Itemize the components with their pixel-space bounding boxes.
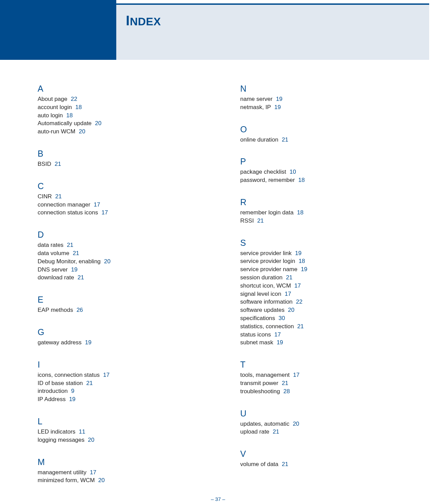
index-entry-page[interactable]: 19 (71, 266, 78, 273)
index-entry: CINR21 (38, 193, 213, 201)
index-entry-page[interactable]: 20 (95, 120, 102, 127)
index-group-d: Ddata rates21data volume21Debug Monitor,… (38, 230, 213, 282)
index-entry-page[interactable]: 21 (73, 250, 79, 256)
index-entry-page[interactable]: 21 (286, 274, 292, 281)
index-entry-page[interactable]: 21 (257, 217, 264, 224)
index-entry-page[interactable]: 17 (274, 331, 281, 338)
index-entry: tools, management17 (240, 371, 416, 379)
index-entry-page[interactable]: 21 (55, 193, 62, 200)
index-entry-text: Debug Monitor, enabling (38, 258, 101, 265)
index-entry-text: software information (240, 299, 293, 305)
index-entry-page[interactable]: 22 (71, 96, 77, 102)
index-entry-text: LED indicators (38, 428, 76, 435)
index-entry: IP Address19 (38, 395, 213, 403)
index-entry-text: About page (38, 96, 67, 102)
index-entry-page[interactable]: 20 (88, 437, 94, 443)
index-entry-page[interactable]: 26 (77, 307, 83, 313)
index-entry-page[interactable]: 20 (98, 477, 105, 483)
index-letter: A (38, 84, 213, 94)
index-group-i: Iicons, connection status17ID of base st… (38, 360, 213, 403)
index-entry-page[interactable]: 28 (283, 388, 290, 395)
index-entry: software information22 (240, 298, 416, 306)
index-entry-page[interactable]: 21 (67, 242, 74, 248)
index-entry: transmit power21 (240, 379, 416, 387)
index-entry-page[interactable]: 11 (79, 428, 85, 435)
index-entry-page[interactable]: 20 (293, 421, 299, 427)
index-group-b: BBSID21 (38, 149, 213, 168)
index-entry-text: logging messages (38, 437, 84, 443)
index-group-s: Sservice provider link19service provider… (240, 238, 416, 347)
index-entry-page[interactable]: 18 (75, 104, 82, 110)
index-entry-page[interactable]: 21 (273, 428, 279, 435)
index-entry-text: ID of base station (38, 380, 83, 386)
index-entry-page[interactable]: 19 (295, 250, 302, 256)
index-entry-page[interactable]: 22 (296, 299, 303, 305)
index-entry-text: online duration (240, 136, 279, 143)
index-group-o: Oonline duration21 (240, 124, 416, 144)
page: INDEX AAbout page22account login18auto l… (0, 0, 436, 504)
index-entry: About page22 (38, 95, 213, 103)
index-group-u: Uupdates, automatic20upload rate21 (240, 409, 416, 436)
index-entry-page[interactable]: 19 (274, 104, 281, 110)
index-entry-page[interactable]: 17 (285, 291, 291, 297)
index-entry: specifications30 (240, 314, 416, 322)
index-entry: download rate21 (38, 274, 213, 282)
index-entry: data rates21 (38, 241, 213, 249)
index-entry-text: management utility (38, 469, 87, 476)
index-entry-page[interactable]: 21 (282, 136, 288, 143)
index-entry: auto login18 (38, 111, 213, 120)
index-entry-page[interactable]: 17 (293, 372, 300, 378)
index-entry-page[interactable]: 9 (71, 388, 74, 394)
index-group-p: Ppackage checklist10password, remember18 (240, 157, 416, 184)
index-entry-text: minimized form, WCM (38, 477, 95, 483)
index-entry-page[interactable]: 30 (279, 315, 285, 321)
index-entry-page[interactable]: 19 (69, 396, 76, 402)
index-group-a: AAbout page22account login18auto login18… (38, 84, 213, 136)
index-entry-page[interactable]: 19 (301, 266, 307, 273)
index-entry-page[interactable]: 19 (277, 339, 283, 346)
index-entry-page[interactable]: 21 (78, 274, 84, 281)
index-letter: I (38, 360, 213, 370)
index-entry-text: volume of data (240, 461, 279, 467)
index-entry: software updates20 (240, 306, 416, 314)
index-entry: statistics, connection21 (240, 322, 416, 331)
index-entry-text: subnet mask (240, 339, 273, 346)
index-entry-page[interactable]: 21 (297, 323, 304, 330)
index-group-n: Nname server19netmask, IP19 (240, 84, 416, 111)
index-entry-page[interactable]: 21 (55, 161, 61, 167)
index-entry-text: upload rate (240, 428, 269, 435)
title-first-letter: I (126, 13, 130, 28)
index-entry-page[interactable]: 21 (282, 461, 288, 467)
index-entry-text: service provider name (240, 266, 298, 273)
index-letter: T (240, 360, 416, 370)
index-entry-page[interactable]: 20 (288, 307, 294, 313)
index-entry: Automatically update20 (38, 119, 213, 128)
index-letter: C (38, 181, 213, 191)
index-entry-page[interactable]: 18 (299, 258, 305, 264)
index-entry-page[interactable]: 20 (104, 258, 110, 265)
index-entry-page[interactable]: 19 (276, 96, 282, 102)
index-entry-page[interactable]: 18 (66, 112, 73, 119)
index-entry-page[interactable]: 17 (294, 282, 301, 289)
header-band (0, 0, 116, 60)
index-entry-page[interactable]: 17 (90, 469, 96, 476)
index-entry: volume of data21 (240, 460, 416, 468)
index-entry-page[interactable]: 18 (297, 209, 303, 216)
index-entry-page[interactable]: 17 (94, 201, 100, 208)
index-entry-page[interactable]: 18 (298, 177, 305, 183)
index-entry-page[interactable]: 17 (103, 372, 109, 378)
index-entry-page[interactable]: 10 (290, 169, 296, 175)
index-entry: service provider link19 (240, 249, 416, 257)
index-entry-page[interactable]: 20 (79, 128, 85, 135)
index-entry-text: EAP methods (38, 307, 73, 313)
index-entry: subnet mask19 (240, 339, 416, 347)
index-letter: N (240, 84, 416, 94)
index-entry-page[interactable]: 17 (102, 209, 108, 216)
index-entry-page[interactable]: 21 (86, 380, 93, 386)
index-letter: R (240, 197, 416, 207)
index-entry-text: specifications (240, 315, 275, 321)
index-entry-page[interactable]: 19 (85, 339, 92, 346)
index-entry-text: icons, connection status (38, 372, 100, 378)
index-entry-page[interactable]: 21 (282, 380, 288, 386)
index-entry-text: Automatically update (38, 120, 92, 127)
